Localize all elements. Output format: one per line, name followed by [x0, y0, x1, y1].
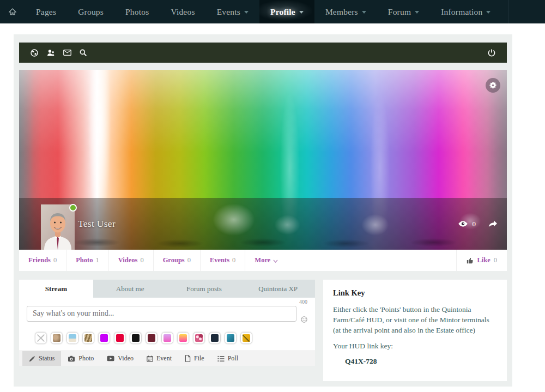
tab-stream[interactable]: Stream	[19, 280, 93, 298]
stat-label: Friends	[28, 256, 51, 264]
chevron-down-icon	[486, 11, 491, 14]
attachment-thumb[interactable]	[193, 333, 204, 343]
nav-label: Profile	[270, 7, 295, 17]
like-label: Like	[477, 256, 490, 264]
chevron-down-icon	[362, 11, 366, 14]
attachment-thumb[interactable]	[225, 333, 236, 343]
mail-icon[interactable]	[63, 50, 80, 56]
stat-count: 0	[53, 256, 57, 264]
attachment-thumb[interactable]	[241, 333, 252, 343]
avatar[interactable]	[41, 204, 75, 250]
attachment-thumb[interactable]	[162, 333, 173, 343]
stat-photo[interactable]: Photo 1	[66, 250, 109, 271]
stat-label: Videos	[118, 256, 138, 264]
profile-header-strip: Test User 0	[19, 198, 507, 250]
attachment-thumb[interactable]	[130, 333, 141, 343]
chevron-down-icon	[299, 11, 304, 14]
nav-item-pages[interactable]: Pages	[25, 0, 67, 23]
tab-label: About me	[116, 285, 144, 293]
tab-label: Forum posts	[186, 285, 222, 293]
stat-label: More	[255, 256, 270, 264]
attachment-thumb[interactable]	[99, 333, 110, 343]
power-icon[interactable]	[488, 49, 495, 57]
nav-item-events[interactable]: Events	[206, 0, 259, 23]
action-poll-button[interactable]: Poll	[211, 351, 245, 366]
nav-label: Photos	[125, 7, 149, 17]
home-nav-button[interactable]	[0, 0, 25, 23]
tab-quintonia-xp[interactable]: Quintonia XP	[241, 280, 315, 298]
attachment-thumb[interactable]	[114, 333, 125, 343]
stat-label: Events	[210, 256, 229, 264]
search-icon[interactable]	[80, 49, 96, 56]
attachment-thumb[interactable]	[209, 333, 220, 343]
main-content: Stream About me Forum posts Quintonia XP…	[19, 280, 507, 381]
poll-list-icon	[217, 355, 225, 362]
action-event-button[interactable]: Event	[140, 351, 178, 366]
nav-label: Information	[441, 7, 482, 17]
attachment-thumb[interactable]	[67, 333, 78, 343]
like-button[interactable]: Like 0	[456, 250, 507, 271]
video-icon	[107, 355, 114, 361]
hud-key-label: Your HUD link key:	[333, 342, 497, 351]
nav-item-members[interactable]: Members	[314, 0, 377, 23]
camera-icon	[68, 355, 75, 362]
stat-events[interactable]: Events 0	[201, 250, 245, 271]
file-icon	[185, 355, 191, 362]
stat-groups[interactable]: Groups 0	[154, 250, 201, 271]
globe-icon[interactable]	[31, 49, 47, 57]
profile-name: Test User	[78, 198, 116, 250]
nav-item-forum[interactable]: Forum	[377, 0, 430, 23]
add-user-icon[interactable]	[47, 49, 63, 57]
thumbs-up-icon	[467, 257, 474, 264]
action-video-button[interactable]: Video	[100, 351, 140, 366]
share-icon[interactable]	[488, 220, 497, 227]
tab-about-me[interactable]: About me	[93, 280, 167, 298]
profile-stats-bar: Friends 0 Photo 1 Videos 0 Groups 0 Even…	[19, 250, 507, 271]
attachment-thumb-none[interactable]	[35, 333, 46, 343]
nav-label: Events	[217, 7, 240, 17]
composer-actions-bar: Status Photo Video Event	[19, 351, 315, 366]
attachment-thumb[interactable]	[83, 333, 94, 343]
profile-header-actions: 0	[458, 198, 498, 250]
cover-image: Test User 0	[19, 70, 507, 250]
nav-item-photos[interactable]: Photos	[114, 0, 160, 23]
attachment-thumb[interactable]	[146, 333, 157, 343]
stat-count: 0	[232, 256, 235, 264]
action-label: Status	[39, 354, 55, 363]
nav-label: Pages	[36, 7, 56, 17]
action-label: Poll	[228, 354, 238, 363]
profile-page-card: Test User 0 Friends 0 Photo 1 Videos	[14, 34, 512, 387]
hud-key-value: Q41X-728	[345, 357, 497, 366]
stat-more-menu[interactable]: More	[245, 250, 287, 271]
nav-item-videos[interactable]: Videos	[160, 0, 205, 23]
profile-name-text: Test User	[78, 218, 116, 230]
nav-item-groups[interactable]: Groups	[67, 0, 114, 23]
cover-settings-button[interactable]	[486, 78, 500, 93]
nav-label: Videos	[171, 7, 195, 17]
top-navigation: Pages Groups Photos Videos Events Profil…	[0, 0, 545, 23]
nav-label: Forum	[388, 7, 411, 17]
action-photo-button[interactable]: Photo	[61, 351, 100, 366]
composer-right-rail: 400	[299, 304, 307, 323]
tab-forum-posts[interactable]: Forum posts	[167, 280, 241, 298]
attachment-thumb[interactable]	[51, 333, 62, 343]
action-label: Photo	[78, 354, 94, 363]
attachment-thumbnails	[19, 327, 315, 351]
action-status-button[interactable]: Status	[22, 351, 61, 366]
content-tab-strip: Stream About me Forum posts Quintonia XP	[19, 280, 315, 298]
char-counter: 400	[299, 299, 307, 305]
home-icon	[9, 8, 16, 15]
attachment-thumb[interactable]	[178, 333, 189, 343]
stat-videos[interactable]: Videos 0	[109, 250, 154, 271]
gear-icon	[489, 82, 496, 89]
nav-label: Members	[325, 7, 358, 17]
views-count: 0	[473, 220, 476, 228]
action-file-button[interactable]: File	[178, 351, 211, 366]
stat-friends[interactable]: Friends 0	[19, 250, 66, 271]
nav-item-profile[interactable]: Profile	[259, 0, 314, 23]
nav-label: Groups	[78, 7, 104, 17]
status-input[interactable]	[27, 306, 296, 322]
online-status-dot	[69, 204, 77, 212]
emoji-icon[interactable]	[301, 316, 307, 323]
nav-item-information[interactable]: Information	[430, 0, 501, 23]
